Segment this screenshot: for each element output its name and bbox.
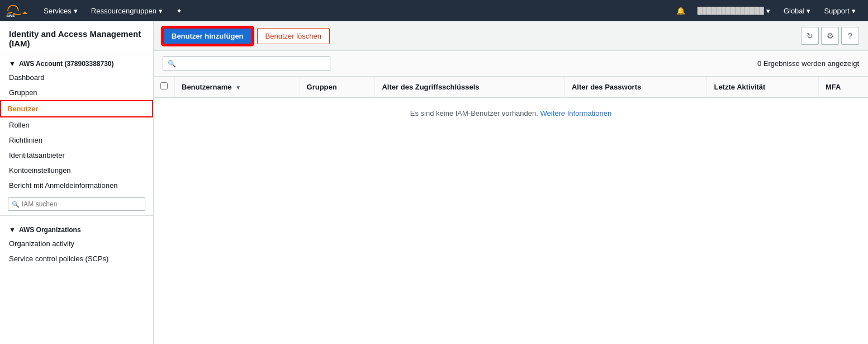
sidebar-title: Identity and Access Management (IAM) bbox=[0, 21, 153, 54]
main-layout: Identity and Access Management (IAM) ▼ A… bbox=[0, 21, 868, 344]
empty-more-info-link[interactable]: Weitere Informationen bbox=[540, 109, 612, 117]
support-arrow-icon: ▾ bbox=[852, 7, 856, 15]
sidebar-item-identitaetsanbieter[interactable]: Identitätsanbieter bbox=[0, 148, 153, 163]
refresh-button[interactable]: ↻ bbox=[801, 27, 819, 45]
settings-button[interactable]: ⚙ bbox=[821, 27, 839, 45]
aws-account-label: AWS Account (378903388730) bbox=[19, 60, 114, 68]
support-menu[interactable]: Support ▾ bbox=[817, 0, 862, 21]
global-label: Global bbox=[784, 7, 805, 15]
select-all-checkbox[interactable] bbox=[160, 82, 168, 89]
select-all-col[interactable] bbox=[154, 77, 175, 97]
global-menu[interactable]: Global ▾ bbox=[777, 0, 818, 21]
main-content: Benutzer hinzufügen Benutzer löschen ↻ ⚙… bbox=[154, 21, 868, 344]
delete-user-button[interactable]: Benutzer löschen bbox=[257, 28, 330, 44]
col-username[interactable]: Benutzername ▼ bbox=[175, 77, 300, 97]
aws-logo[interactable]: aws bbox=[6, 4, 28, 17]
col-zugriffsschluessel: Alter des Zugriffsschlüssels bbox=[375, 77, 565, 97]
sidebar-item-scp[interactable]: Service control policies (SCPs) bbox=[0, 251, 153, 266]
table-search-wrap[interactable]: 🔍 bbox=[163, 56, 330, 70]
sidebar-item-kontoeinstellungen[interactable]: Kontoeinstellungen bbox=[0, 163, 153, 178]
col-zugriffsschluessel-label: Alter des Zugriffsschlüssels bbox=[382, 83, 479, 91]
table-area: 🔍 0 Ergebnisse werden angezeigt Benutzer… bbox=[154, 51, 868, 344]
sidebar-item-richtlinien[interactable]: Richtlinien bbox=[0, 133, 153, 148]
resourcegroups-label: Ressourcengruppen bbox=[91, 7, 156, 15]
services-label: Services bbox=[44, 7, 72, 15]
help-icon: ? bbox=[848, 31, 852, 40]
sidebar-search-input[interactable] bbox=[22, 200, 141, 208]
table-search-icon: 🔍 bbox=[168, 60, 176, 68]
refresh-icon: ↻ bbox=[807, 31, 813, 40]
pin-button[interactable]: ✦ bbox=[169, 0, 189, 21]
col-passwort-label: Alter des Passworts bbox=[572, 83, 641, 91]
sidebar-divider bbox=[0, 215, 153, 216]
sidebar-item-rollen[interactable]: Rollen bbox=[0, 117, 153, 133]
account-arrow-icon: ▾ bbox=[766, 7, 770, 15]
col-username-label: Benutzername bbox=[182, 83, 232, 91]
chevron-down-icon-2: ▼ bbox=[9, 226, 16, 234]
empty-state-row: Es sind keine IAM-Benutzer vorhanden. We… bbox=[154, 97, 868, 129]
sidebar-search-wrap[interactable]: 🔍 bbox=[8, 197, 145, 211]
add-user-button[interactable]: Benutzer hinzufügen bbox=[163, 27, 253, 45]
table-search-input[interactable] bbox=[178, 59, 325, 68]
sidebar-item-gruppen[interactable]: Gruppen bbox=[0, 85, 153, 100]
global-arrow-icon: ▾ bbox=[807, 7, 810, 15]
col-aktivitaet-label: Letzte Aktivität bbox=[714, 83, 765, 91]
services-menu[interactable]: Services ▾ bbox=[37, 0, 84, 21]
table-header: Benutzername ▼ Gruppen Alter des Zugriff… bbox=[154, 77, 868, 97]
sidebar-collapse-handle[interactable]: ‹ bbox=[153, 172, 154, 194]
col-mfa: MFA bbox=[818, 77, 868, 97]
aws-organizations-label: AWS Organizations bbox=[19, 226, 81, 234]
sidebar-item-benutzer[interactable]: Benutzer bbox=[0, 100, 153, 117]
top-navigation: aws Services ▾ Ressourcengruppen ▾ ✦ 🔔 █… bbox=[0, 0, 868, 21]
sidebar: Identity and Access Management (IAM) ▼ A… bbox=[0, 21, 154, 344]
toolbar-right: ↻ ⚙ ? bbox=[801, 27, 859, 45]
benutzer-box-wrapper: Benutzer bbox=[0, 100, 153, 117]
resourcegroups-arrow-icon: ▾ bbox=[159, 7, 163, 15]
empty-message: Es sind keine IAM-Benutzer vorhanden. bbox=[410, 109, 538, 117]
col-aktivitaet: Letzte Aktivität bbox=[707, 77, 818, 97]
svg-text:aws: aws bbox=[6, 13, 15, 17]
sidebar-item-dashboard[interactable]: Dashboard bbox=[0, 70, 153, 85]
table-body: Es sind keine IAM-Benutzer vorhanden. We… bbox=[154, 97, 868, 129]
aws-organizations-section: ▼ AWS Organizations bbox=[0, 220, 153, 236]
settings-icon: ⚙ bbox=[827, 31, 834, 40]
aws-account-section: ▼ AWS Account (378903388730) bbox=[0, 54, 153, 70]
users-table: Benutzername ▼ Gruppen Alter des Zugriff… bbox=[154, 77, 868, 129]
help-button[interactable]: ? bbox=[841, 27, 859, 45]
col-gruppen-label: Gruppen bbox=[307, 83, 337, 91]
table-header-row: Benutzername ▼ Gruppen Alter des Zugriff… bbox=[154, 77, 868, 97]
search-bar: 🔍 0 Ergebnisse werden angezeigt bbox=[154, 51, 868, 77]
col-mfa-label: MFA bbox=[826, 83, 841, 91]
pin-icon: ✦ bbox=[176, 7, 182, 15]
col-gruppen: Gruppen bbox=[300, 77, 375, 97]
services-arrow-icon: ▾ bbox=[74, 7, 78, 15]
sort-arrow-icon: ▼ bbox=[235, 84, 241, 91]
sidebar-item-bericht[interactable]: Bericht mit Anmeldeinformationen bbox=[0, 178, 153, 193]
sidebar-item-org-activity[interactable]: Organization activity bbox=[0, 236, 153, 251]
chevron-down-icon: ▼ bbox=[9, 60, 16, 68]
col-passwort: Alter des Passworts bbox=[565, 77, 707, 97]
search-icon: 🔍 bbox=[12, 201, 20, 208]
bell-icon: 🔔 bbox=[676, 7, 685, 15]
empty-state-cell: Es sind keine IAM-Benutzer vorhanden. We… bbox=[154, 97, 868, 129]
account-menu[interactable]: ██████████████ ▾ bbox=[691, 0, 777, 21]
nav-right: 🔔 ██████████████ ▾ Global ▾ Support ▾ bbox=[671, 0, 862, 21]
notification-button[interactable]: 🔔 bbox=[671, 0, 691, 21]
resourcegroups-menu[interactable]: Ressourcengruppen ▾ bbox=[84, 0, 169, 21]
account-label: ██████████████ bbox=[698, 7, 764, 15]
support-label: Support bbox=[824, 7, 850, 15]
results-count: 0 Ergebnisse werden angezeigt bbox=[757, 59, 859, 68]
toolbar: Benutzer hinzufügen Benutzer löschen ↻ ⚙… bbox=[154, 21, 868, 51]
